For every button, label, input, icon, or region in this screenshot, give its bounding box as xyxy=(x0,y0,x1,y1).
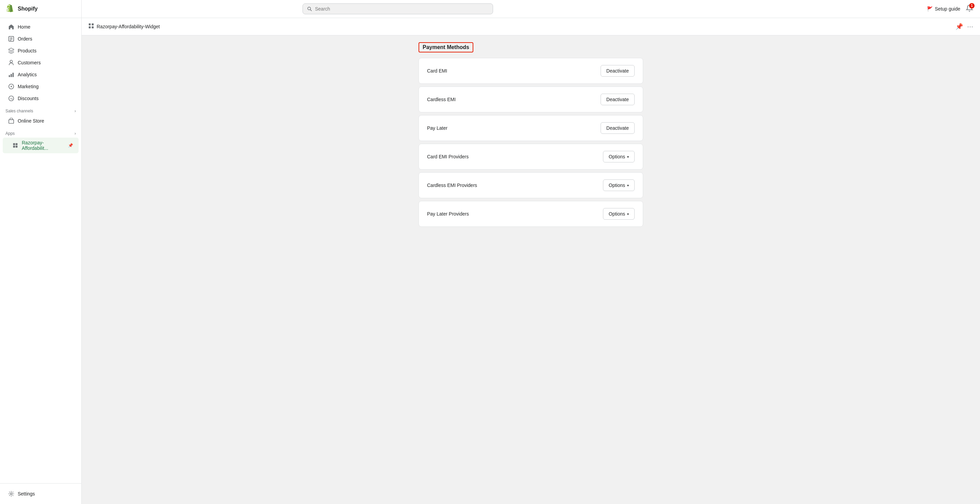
breadcrumb: Razorpay-Affordability-Widget xyxy=(89,23,160,30)
payment-item-cardless-emi-providers: Cardless EMI Providers Options ▾ xyxy=(418,172,643,198)
card-emi-deactivate-button[interactable]: Deactivate xyxy=(601,65,635,77)
sidebar-header: Shopify xyxy=(0,0,81,18)
breadcrumb-title: Razorpay-Affordability-Widget xyxy=(97,24,160,29)
svg-rect-20 xyxy=(92,24,94,26)
svg-rect-14 xyxy=(13,146,15,148)
content-area: Payment Methods Card EMI Deactivate Card… xyxy=(82,35,980,504)
notification-badge: 1 xyxy=(969,3,975,8)
sidebar-item-orders[interactable]: Orders xyxy=(3,33,79,45)
sidebar-item-analytics[interactable]: Analytics xyxy=(3,69,79,80)
options-dropdown-arrow: ▾ xyxy=(627,155,629,159)
payment-item-card-emi: Card EMI Deactivate xyxy=(418,58,643,84)
cardless-emi-providers-label: Cardless EMI Providers xyxy=(427,183,477,188)
app-layout: Shopify Home Orders Products xyxy=(0,0,980,504)
search-bar[interactable] xyxy=(302,3,493,14)
svg-rect-22 xyxy=(92,27,94,29)
notification-button[interactable]: 1 xyxy=(966,5,973,14)
sidebar-item-discounts-label: Discounts xyxy=(18,96,38,101)
payment-section: Payment Methods Card EMI Deactivate Card… xyxy=(412,35,650,236)
cardless-emi-deactivate-button[interactable]: Deactivate xyxy=(601,94,635,105)
sales-channels-label: Sales channels xyxy=(5,108,33,113)
sales-channels-chevron: › xyxy=(75,108,76,113)
setup-guide-flag-icon: 🚩 xyxy=(927,6,933,11)
sidebar-item-settings[interactable]: Settings xyxy=(3,488,79,499)
setup-guide-button[interactable]: 🚩 Setup guide xyxy=(927,6,960,11)
svg-line-18 xyxy=(310,10,312,11)
razorpay-label: Razorpay-Affordabilit... xyxy=(22,140,65,151)
cardless-options-dropdown-arrow: ▾ xyxy=(627,183,629,187)
analytics-icon xyxy=(8,72,14,78)
shopify-brand-name: Shopify xyxy=(18,6,38,12)
sidebar-item-razorpay[interactable]: Razorpay-Affordabilit... 📌 xyxy=(3,137,79,153)
shopify-logo-icon xyxy=(5,4,15,14)
pay-later-providers-options-button[interactable]: Options ▾ xyxy=(603,208,635,220)
sidebar-item-customers-label: Customers xyxy=(18,60,41,65)
settings-label: Settings xyxy=(18,491,35,496)
sidebar-item-home[interactable]: Home xyxy=(3,21,79,33)
svg-rect-15 xyxy=(16,146,18,148)
sidebar-item-products[interactable]: Products xyxy=(3,45,79,57)
apps-label: Apps xyxy=(5,131,14,136)
svg-point-16 xyxy=(10,493,12,494)
sidebar-item-analytics-label: Analytics xyxy=(18,72,37,77)
top-bar: 🚩 Setup guide 1 xyxy=(82,0,980,18)
svg-point-17 xyxy=(308,7,311,10)
svg-rect-19 xyxy=(89,24,91,26)
breadcrumb-grid-icon xyxy=(89,23,94,30)
payment-item-cardless-emi: Cardless EMI Deactivate xyxy=(418,86,643,112)
card-emi-label: Card EMI xyxy=(427,68,447,73)
sidebar-nav: Home Orders Products Customers xyxy=(0,18,81,483)
search-icon xyxy=(307,6,312,11)
search-input[interactable] xyxy=(315,6,489,11)
pay-later-options-dropdown-arrow: ▾ xyxy=(627,212,629,216)
card-emi-providers-label: Card EMI Providers xyxy=(427,154,469,159)
pay-later-deactivate-button[interactable]: Deactivate xyxy=(601,122,635,134)
sidebar-item-online-store-label: Online Store xyxy=(18,118,44,124)
svg-point-4 xyxy=(10,60,12,63)
cardless-emi-providers-options-button[interactable]: Options ▾ xyxy=(603,179,635,191)
payment-item-card-emi-providers: Card EMI Providers Options ▾ xyxy=(418,144,643,170)
orders-icon xyxy=(8,36,14,42)
settings-icon xyxy=(8,491,14,497)
pin-page-button[interactable]: 📌 xyxy=(956,23,963,30)
sidebar-item-customers[interactable]: Customers xyxy=(3,57,79,69)
main-content: 🚩 Setup guide 1 Razorpay-Affordabilit xyxy=(82,0,980,504)
sidebar-item-discounts[interactable]: % Discounts xyxy=(3,93,79,104)
pay-later-label: Pay Later xyxy=(427,125,447,131)
svg-rect-7 xyxy=(13,73,14,77)
page-header: Razorpay-Affordability-Widget 📌 ⋯ xyxy=(82,18,980,35)
sidebar: Shopify Home Orders Products xyxy=(0,0,82,504)
card-emi-providers-options-button[interactable]: Options ▾ xyxy=(603,151,635,163)
discounts-icon: % xyxy=(8,95,14,102)
sidebar-item-products-label: Products xyxy=(18,48,37,53)
sidebar-footer: Settings xyxy=(0,483,81,504)
shopify-logo: Shopify xyxy=(5,4,38,14)
svg-rect-21 xyxy=(89,27,91,29)
more-options-button[interactable]: ⋯ xyxy=(967,23,973,30)
svg-rect-12 xyxy=(13,144,15,145)
payment-item-pay-later-providers: Pay Later Providers Options ▾ xyxy=(418,201,643,227)
svg-rect-13 xyxy=(16,144,18,145)
setup-guide-label: Setup guide xyxy=(935,6,960,11)
home-icon xyxy=(8,24,14,30)
pin-icon: 📌 xyxy=(68,143,73,148)
products-icon xyxy=(8,48,14,54)
cardless-emi-label: Cardless EMI xyxy=(427,97,456,102)
svg-text:%: % xyxy=(10,97,13,100)
sidebar-item-orders-label: Orders xyxy=(18,36,32,41)
sidebar-item-online-store[interactable]: Online Store xyxy=(3,115,79,127)
svg-rect-5 xyxy=(9,75,10,77)
sales-channels-section[interactable]: Sales channels › xyxy=(0,105,81,115)
page-header-actions: 📌 ⋯ xyxy=(956,23,973,30)
payment-item-pay-later: Pay Later Deactivate xyxy=(418,115,643,141)
online-store-icon xyxy=(8,118,14,124)
razorpay-app-icon xyxy=(12,142,18,148)
svg-rect-11 xyxy=(9,120,14,123)
sidebar-item-home-label: Home xyxy=(18,24,30,30)
marketing-icon xyxy=(8,83,14,89)
pay-later-providers-label: Pay Later Providers xyxy=(427,211,469,217)
apps-section[interactable]: Apps › xyxy=(0,127,81,137)
svg-rect-6 xyxy=(11,74,12,77)
customers-icon xyxy=(8,60,14,66)
sidebar-item-marketing[interactable]: Marketing xyxy=(3,81,79,92)
